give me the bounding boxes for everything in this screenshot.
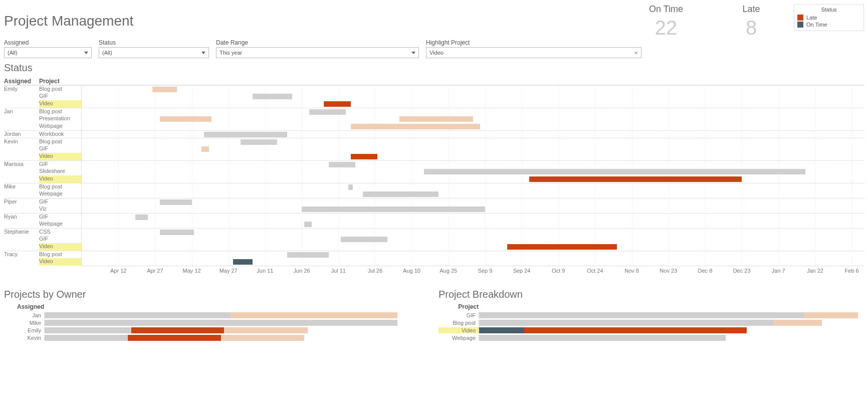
- filter-status-value: (All): [102, 50, 112, 56]
- gantt-plot-cell[interactable]: [82, 243, 864, 251]
- hbar-segment[interactable]: [479, 312, 804, 318]
- hbar-segment[interactable]: [231, 312, 397, 318]
- filter-status-select[interactable]: (All): [99, 47, 209, 58]
- gantt-plot-cell[interactable]: [82, 145, 864, 153]
- gantt-plot-cell[interactable]: [82, 86, 864, 93]
- legend-item[interactable]: On Time: [797, 22, 860, 28]
- gantt-project-cell: Blog post: [39, 251, 82, 258]
- gantt-bar[interactable]: [204, 132, 287, 137]
- gantt-plot-cell[interactable]: [82, 206, 864, 213]
- gantt-bar[interactable]: [160, 230, 194, 235]
- gantt-bar[interactable]: [201, 146, 209, 152]
- gantt-plot-cell[interactable]: [82, 183, 864, 190]
- gantt-plot-cell[interactable]: [82, 115, 864, 123]
- hbar-plot[interactable]: [44, 335, 429, 341]
- gantt-bar[interactable]: [324, 101, 351, 107]
- gantt-plot-cell[interactable]: [82, 199, 864, 206]
- filter-date-range-select[interactable]: This year: [216, 47, 419, 58]
- legend-item[interactable]: Late: [797, 15, 860, 21]
- gantt-plot-cell[interactable]: [82, 138, 864, 145]
- legend-swatch-icon: [797, 22, 803, 28]
- hbar-segment[interactable]: [774, 320, 822, 326]
- gantt-project-cell: Webpage: [39, 190, 82, 198]
- hbar-segment[interactable]: [221, 335, 304, 341]
- gantt-bar[interactable]: [135, 215, 147, 220]
- hbar-plot[interactable]: [479, 335, 864, 341]
- gantt-bar[interactable]: [309, 109, 346, 115]
- gantt-plot-cell[interactable]: [82, 214, 864, 221]
- gantt-bar[interactable]: [399, 116, 473, 122]
- gantt-plot-cell[interactable]: [82, 236, 864, 243]
- hbar-segment[interactable]: [524, 327, 747, 333]
- gantt-bar[interactable]: [304, 222, 312, 227]
- gantt-bar[interactable]: [351, 124, 481, 129]
- gantt-bar[interactable]: [233, 259, 253, 265]
- gantt-plot-cell[interactable]: [82, 161, 864, 168]
- hbar-plot[interactable]: [44, 320, 429, 326]
- gantt-project-cell: GIF: [39, 161, 82, 168]
- gantt-bar[interactable]: [253, 94, 292, 99]
- chevron-down-icon: [201, 52, 205, 54]
- hbar-segment[interactable]: [45, 312, 231, 318]
- hbar-segment[interactable]: [479, 335, 726, 341]
- filter-date-range-value: This year: [220, 50, 242, 56]
- gantt-bar[interactable]: [507, 244, 617, 250]
- hbar-plot[interactable]: [479, 320, 864, 326]
- hbar-segment[interactable]: [479, 327, 524, 333]
- gantt-bar[interactable]: [302, 207, 485, 212]
- gantt-plot-cell[interactable]: [82, 229, 864, 236]
- gantt-plot-cell[interactable]: [82, 100, 864, 108]
- gantt-plot-cell[interactable]: [82, 258, 864, 266]
- hbar-segment[interactable]: [45, 327, 131, 333]
- gantt-plot-cell[interactable]: [82, 221, 864, 228]
- gantt-plot-cell[interactable]: [82, 123, 864, 130]
- gantt-plot-cell[interactable]: [82, 108, 864, 115]
- gantt-assigned-cell: [4, 190, 39, 198]
- gantt-assigned-cell: Ryan: [4, 214, 39, 221]
- gantt-bar[interactable]: [160, 116, 211, 122]
- gantt-assigned-cell: Emily: [4, 86, 39, 93]
- hbar-segment[interactable]: [804, 312, 858, 318]
- gantt-bar[interactable]: [341, 237, 387, 242]
- hbar-segment[interactable]: [479, 320, 774, 326]
- hbar-plot[interactable]: [44, 312, 429, 318]
- gantt-plot-cell[interactable]: [82, 131, 864, 138]
- gantt-bar[interactable]: [160, 200, 191, 205]
- gantt-bar[interactable]: [152, 87, 177, 92]
- gantt-project-cell: Webpage: [39, 123, 82, 130]
- gantt-row: KevinBlog post: [4, 138, 864, 145]
- gantt-bar[interactable]: [529, 176, 742, 182]
- gantt-plot-cell[interactable]: [82, 251, 864, 258]
- hbar-segment[interactable]: [45, 335, 128, 341]
- gantt-bar[interactable]: [363, 191, 439, 197]
- gantt-header-assigned: Assigned: [4, 78, 39, 85]
- hbar-plot[interactable]: [44, 327, 429, 333]
- gantt-bar[interactable]: [424, 169, 805, 174]
- gantt-plot-cell[interactable]: [82, 190, 864, 198]
- gantt-bar[interactable]: [287, 252, 329, 258]
- gantt-plot-cell[interactable]: [82, 153, 864, 160]
- hbar-plot[interactable]: [479, 312, 864, 318]
- gantt-bar[interactable]: [351, 154, 378, 159]
- gantt-bar[interactable]: [348, 184, 353, 190]
- hbar-plot[interactable]: [479, 327, 864, 333]
- filter-highlight-input[interactable]: Video ×: [426, 47, 641, 58]
- gantt-bar[interactable]: [329, 162, 356, 167]
- filter-date-range: Date Range This year: [216, 39, 419, 58]
- hbar-segment[interactable]: [224, 327, 307, 333]
- close-icon[interactable]: ×: [634, 49, 638, 57]
- gantt-plot-cell[interactable]: [82, 168, 864, 175]
- hbar-label: Blog post: [439, 320, 479, 326]
- gantt-assigned-cell: [4, 206, 39, 213]
- gantt-bar[interactable]: [241, 139, 277, 145]
- status-legend: Status LateOn Time: [794, 4, 864, 31]
- hbar-segment[interactable]: [45, 320, 397, 326]
- gantt-plot-cell[interactable]: [82, 175, 864, 183]
- filter-assigned-select[interactable]: (All): [4, 47, 92, 58]
- gantt-plot-cell[interactable]: [82, 93, 864, 100]
- hbar-segment[interactable]: [128, 335, 221, 341]
- gantt-project-cell: CSS: [39, 229, 82, 236]
- hbar-segment[interactable]: [131, 327, 225, 333]
- status-gantt-chart[interactable]: Assigned Project EmilyBlog postGIFVideoJ…: [4, 78, 864, 276]
- hbar-row: Emily: [4, 326, 429, 334]
